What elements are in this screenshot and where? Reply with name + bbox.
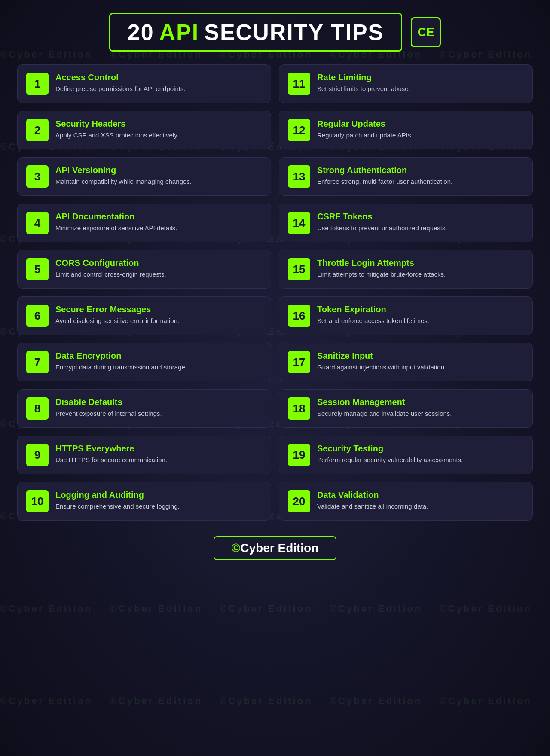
- tip-number: 3: [34, 170, 40, 183]
- tip-title: Disable Defaults: [55, 397, 162, 407]
- tip-number-box: 9: [26, 444, 49, 466]
- tip-content: Data Encryption Encrypt data during tran…: [55, 351, 187, 372]
- tip-title: Throttle Login Attempts: [317, 258, 446, 268]
- tip-card: 1 Access Control Define precise permissi…: [17, 64, 271, 103]
- tip-number: 15: [293, 263, 306, 276]
- tip-content: API Versioning Maintain compatibility wh…: [55, 165, 192, 187]
- tip-description: Minimize exposure of sensitive API detai…: [55, 223, 177, 233]
- tip-description: Encrypt data during transmission and sto…: [55, 363, 187, 372]
- tip-description: Prevent exposure of internal settings.: [55, 409, 162, 419]
- tip-number: 18: [293, 402, 306, 415]
- tip-number-box: 6: [26, 305, 49, 327]
- tip-number-box: 18: [288, 397, 310, 420]
- tip-number-box: 16: [288, 305, 310, 327]
- tip-card: 3 API Versioning Maintain compatibility …: [17, 157, 271, 196]
- tip-number-box: 1: [26, 73, 49, 95]
- tip-content: Regular Updates Regularly patch and upda…: [317, 119, 413, 140]
- tip-title: Data Validation: [317, 490, 428, 500]
- tip-card: 20 Data Validation Validate and sanitize…: [279, 482, 533, 521]
- tip-number: 16: [293, 309, 306, 323]
- tip-number: 19: [293, 448, 306, 462]
- tip-content: CORS Configuration Limit and control cro…: [55, 258, 166, 280]
- tip-content: Session Management Securely manage and i…: [317, 397, 452, 419]
- tip-description: Perform regular security vulnerability a…: [317, 455, 463, 465]
- tip-number-box: 8: [26, 397, 49, 420]
- tip-content: Token Expiration Set and enforce access …: [317, 305, 429, 326]
- tip-number: 11: [293, 77, 306, 91]
- tip-card: 2 Security Headers Apply CSP and XSS pro…: [17, 111, 271, 149]
- tip-card: 5 CORS Configuration Limit and control c…: [17, 250, 271, 289]
- page-header: 20 API SECURITY TIPS CE: [17, 13, 533, 52]
- tip-content: CSRF Tokens Use tokens to prevent unauth…: [317, 212, 447, 233]
- tip-card: 11 Rate Limiting Set strict limits to pr…: [279, 64, 533, 103]
- tip-content: Logging and Auditing Ensure comprehensiv…: [55, 490, 180, 512]
- tip-title: Rate Limiting: [317, 73, 410, 82]
- tip-description: Limit and control cross-origin requests.: [55, 270, 166, 280]
- tip-title: Session Management: [317, 397, 452, 407]
- title-20: 20: [128, 19, 154, 45]
- tip-number-box: 14: [288, 212, 310, 234]
- tip-number-box: 7: [26, 351, 49, 373]
- tip-number: 17: [293, 356, 306, 369]
- tip-card: 4 API Documentation Minimize exposure of…: [17, 204, 271, 242]
- tip-title: HTTPS Everywhere: [55, 444, 167, 454]
- tip-description: Ensure comprehensive and secure logging.: [55, 502, 180, 512]
- tip-number: 14: [293, 216, 306, 230]
- tip-description: Enforce strong, multi-factor user authen…: [317, 177, 452, 187]
- tip-title: API Documentation: [55, 212, 177, 222]
- logo-text: CE: [418, 25, 434, 39]
- tip-number: 9: [34, 448, 40, 462]
- tip-description: Set strict limits to prevent abuse.: [317, 84, 410, 94]
- tip-number: 12: [293, 124, 306, 137]
- tip-content: Security Headers Apply CSP and XSS prote…: [55, 119, 179, 140]
- tip-card: 17 Sanitize Input Guard against injectio…: [279, 343, 533, 381]
- tip-description: Set and enforce access token lifetimes.: [317, 316, 429, 326]
- tip-number: 7: [34, 356, 40, 369]
- tip-content: Access Control Define precise permission…: [55, 73, 186, 94]
- tip-title: Security Testing: [317, 444, 463, 454]
- tip-number-box: 15: [288, 258, 310, 280]
- tip-description: Use tokens to prevent unauthorized reque…: [317, 223, 447, 233]
- tip-number: 5: [34, 263, 40, 276]
- tip-description: Securely manage and invalidate user sess…: [317, 409, 452, 419]
- tip-content: Sanitize Input Guard against injections …: [317, 351, 446, 372]
- tips-grid: 1 Access Control Define precise permissi…: [17, 64, 533, 521]
- tip-content: Security Testing Perform regular securit…: [317, 444, 463, 465]
- tip-number-box: 3: [26, 165, 49, 188]
- tip-description: Regularly patch and update APIs.: [317, 131, 413, 140]
- footer: ©Cyber Edition: [17, 536, 533, 560]
- tip-card: 15 Throttle Login Attempts Limit attempt…: [279, 250, 533, 289]
- tip-card: 16 Token Expiration Set and enforce acce…: [279, 296, 533, 335]
- tip-number-box: 12: [288, 119, 310, 141]
- tip-number-box: 2: [26, 119, 49, 141]
- tip-content: Throttle Login Attempts Limit attempts t…: [317, 258, 446, 280]
- tip-card: 6 Secure Error Messages Avoid disclosing…: [17, 296, 271, 335]
- tip-title: Token Expiration: [317, 305, 429, 314]
- tip-title: API Versioning: [55, 165, 192, 175]
- tip-content: HTTPS Everywhere Use HTTPS for secure co…: [55, 444, 167, 465]
- tip-card: 18 Session Management Securely manage an…: [279, 389, 533, 428]
- tip-card: 13 Strong Authentication Enforce strong,…: [279, 157, 533, 196]
- tip-title: Data Encryption: [55, 351, 187, 361]
- title-box: 20 API SECURITY TIPS: [109, 13, 403, 52]
- tip-title: CORS Configuration: [55, 258, 166, 268]
- tip-card: 7 Data Encryption Encrypt data during tr…: [17, 343, 271, 381]
- tip-title: CSRF Tokens: [317, 212, 447, 222]
- tip-number: 8: [34, 402, 40, 415]
- tip-card: 9 HTTPS Everywhere Use HTTPS for secure …: [17, 436, 271, 474]
- tip-title: Sanitize Input: [317, 351, 446, 361]
- tip-description: Define precise permissions for API endpo…: [55, 84, 186, 94]
- footer-brand: Cyber Edition: [240, 541, 318, 555]
- tip-number: 10: [31, 495, 44, 508]
- tip-number-box: 20: [288, 490, 310, 512]
- tip-number-box: 13: [288, 165, 310, 188]
- tip-number: 4: [34, 216, 40, 230]
- tip-number-box: 10: [26, 490, 49, 512]
- footer-box: ©Cyber Edition: [214, 536, 337, 560]
- tip-title: Regular Updates: [317, 119, 413, 129]
- tip-content: Strong Authentication Enforce strong, mu…: [317, 165, 452, 187]
- title-security: SECURITY TIPS: [204, 19, 384, 45]
- tip-description: Validate and sanitize all incoming data.: [317, 502, 428, 512]
- tip-content: API Documentation Minimize exposure of s…: [55, 212, 177, 233]
- tip-number-box: 11: [288, 73, 310, 95]
